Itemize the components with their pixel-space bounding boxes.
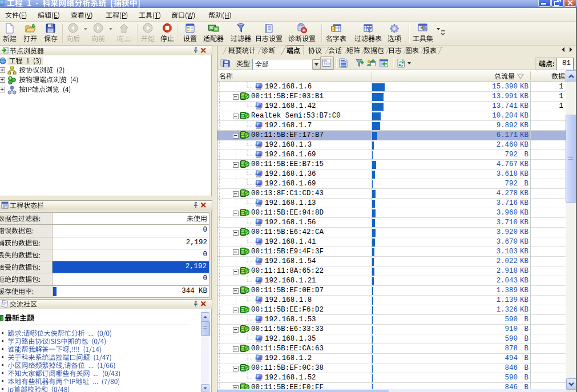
svg-text:9: 9 bbox=[10, 76, 11, 80]
